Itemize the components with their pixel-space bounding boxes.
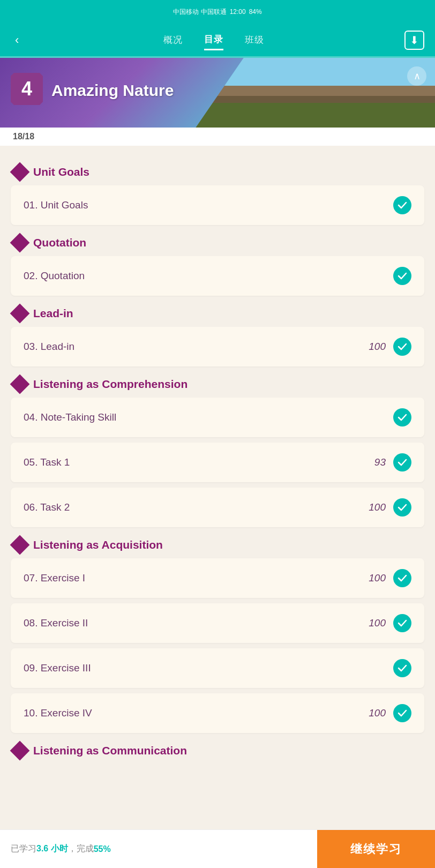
diamond-icon-5 (10, 535, 30, 555)
check-icon-06 (393, 498, 411, 517)
section-acquisition-header: Listening as Acquisition (13, 538, 424, 552)
lesson-item-04[interactable]: 04. Note-Taking Skill (11, 398, 424, 437)
check-icon-08 (393, 614, 411, 632)
hero-banner: 4 Amazing Nature ∧ (0, 58, 435, 128)
section-comprehension-title: Listening as Comprehension (33, 378, 188, 391)
lesson-item-05[interactable]: 05. Task 1 93 (11, 443, 424, 482)
lesson-label-07: 07. Exercise I (24, 572, 85, 584)
lesson-score-06: 100 (369, 502, 386, 513)
progress-text: 18/18 (13, 132, 34, 141)
section-quotation-header: Quotation (13, 236, 424, 250)
unit-title: Amazing Nature (51, 81, 174, 100)
unit-number: 4 (11, 73, 43, 105)
section-acquisition-title: Listening as Acquisition (33, 538, 163, 551)
diamond-icon (10, 162, 30, 182)
check-icon-01 (393, 196, 411, 214)
lesson-right-01 (393, 196, 411, 214)
lesson-right-08: 100 (369, 614, 411, 632)
diamond-icon-2 (10, 233, 30, 253)
study-time: 3.6 小时 (36, 843, 68, 855)
study-prefix: 已学习 (11, 843, 36, 855)
nav-tabs: 概况 目录 班级 (163, 30, 264, 50)
lesson-item-02[interactable]: 02. Quotation (11, 256, 424, 296)
lesson-label-03: 03. Lead-in (24, 341, 74, 353)
check-icon-02 (393, 267, 411, 285)
lesson-right-05: 93 (374, 453, 411, 472)
lesson-score-08: 100 (369, 617, 386, 629)
lesson-score-07: 100 (369, 572, 386, 584)
top-nav: ‹ 概况 目录 班级 ⬇ (0, 24, 435, 58)
section-leadin-title: Lead-in (33, 307, 73, 320)
section-unit-goals-title: Unit Goals (33, 166, 89, 178)
lesson-item-06[interactable]: 06. Task 2 100 (11, 488, 424, 527)
lesson-item-10[interactable]: 10. Exercise IV 100 (11, 693, 424, 733)
lesson-label-04: 04. Note-Taking Skill (24, 411, 116, 423)
lesson-label-10: 10. Exercise IV (24, 707, 92, 719)
lesson-score-03: 100 (369, 341, 386, 353)
lesson-right-04 (393, 408, 411, 426)
section-comprehension-header: Listening as Comprehension (13, 377, 424, 391)
content-area: Unit Goals 01. Unit Goals Quotation 02. … (0, 146, 435, 815)
battery-label: 84% (249, 8, 262, 16)
diamond-icon-3 (10, 304, 30, 324)
lesson-right-06: 100 (369, 498, 411, 517)
lesson-label-09: 09. Exercise III (24, 662, 91, 674)
lesson-item-01[interactable]: 01. Unit Goals (11, 185, 424, 225)
tab-catalog[interactable]: 目录 (204, 30, 223, 50)
lesson-right-02 (393, 267, 411, 285)
lesson-right-03: 100 (369, 338, 411, 356)
lesson-item-08[interactable]: 08. Exercise II 100 (11, 603, 424, 643)
collapse-button[interactable]: ∧ (407, 66, 426, 86)
lesson-right-07: 100 (369, 569, 411, 587)
lesson-label-05: 05. Task 1 (24, 457, 70, 468)
hero-landscape-bg (196, 58, 435, 128)
lesson-right-10: 100 (369, 704, 411, 722)
lesson-right-09 (393, 659, 411, 677)
check-icon-09 (393, 659, 411, 677)
completion-rate: 55% (94, 844, 111, 854)
carrier-label: 中国移动 中国联通 (173, 8, 226, 17)
download-button[interactable]: ⬇ (404, 31, 424, 50)
back-button[interactable]: ‹ (11, 29, 23, 51)
section-leadin-header: Lead-in (13, 306, 424, 320)
tab-overview[interactable]: 概况 (163, 31, 183, 49)
status-bar: 中国移动 中国联通 12:00 84% (0, 0, 435, 24)
diamond-icon-6 (10, 741, 30, 761)
check-icon-04 (393, 408, 411, 426)
section-unit-goals-header: Unit Goals (13, 165, 424, 179)
time-label: 12:00 (230, 8, 246, 16)
tab-class[interactable]: 班级 (245, 31, 264, 49)
lesson-item-07[interactable]: 07. Exercise I 100 (11, 558, 424, 598)
lesson-score-10: 100 (369, 707, 386, 719)
lesson-score-05: 93 (374, 457, 386, 468)
check-icon-10 (393, 704, 411, 722)
progress-indicator: 18/18 (0, 128, 435, 146)
check-icon-05 (393, 453, 411, 472)
diamond-icon-4 (10, 375, 30, 394)
continue-study-button[interactable]: 继续学习 (317, 830, 435, 868)
lesson-item-09[interactable]: 09. Exercise III (11, 648, 424, 688)
lesson-label-08: 08. Exercise II (24, 617, 88, 629)
lesson-label-01: 01. Unit Goals (24, 199, 88, 211)
section-communication-title: Listening as Communication (33, 744, 187, 757)
bottom-bar: 已学习 3.6 小时 ，完成 55% 继续学习 (0, 829, 435, 868)
section-communication-header: Listening as Communication (13, 744, 424, 758)
check-icon-07 (393, 569, 411, 587)
lesson-item-03[interactable]: 03. Lead-in 100 (11, 327, 424, 366)
check-icon-03 (393, 338, 411, 356)
section-quotation-title: Quotation (33, 236, 86, 249)
lesson-label-06: 06. Task 2 (24, 502, 70, 513)
study-suffix: ，完成 (68, 843, 94, 855)
lesson-label-02: 02. Quotation (24, 270, 85, 282)
study-info: 已学习 3.6 小时 ，完成 55% (0, 830, 317, 868)
